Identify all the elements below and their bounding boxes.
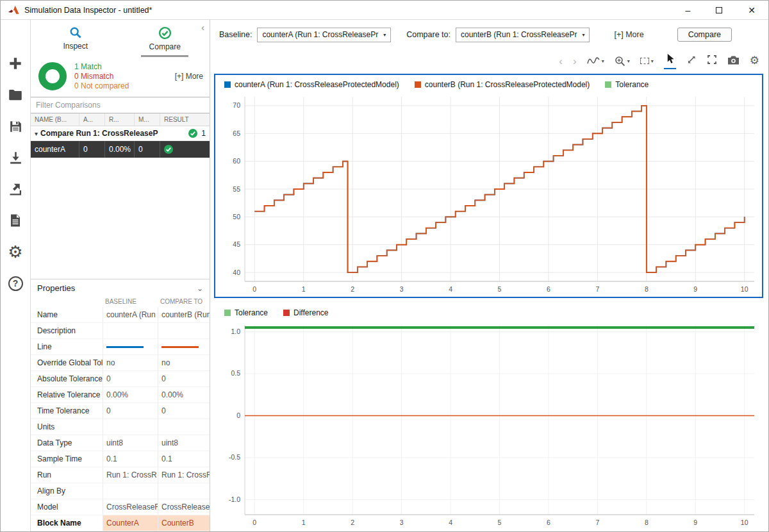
property-row-description[interactable]: Description [31,323,210,339]
difference-plot-area[interactable]: 012345678910-1.0-0.500.51.0 [215,320,762,530]
group-pass-count: 1 [201,129,206,138]
tab-inspect[interactable]: Inspect [31,20,120,57]
next-view-button[interactable]: › [573,56,577,67]
col-abs[interactable]: A... [79,113,105,126]
main-area: Baseline: counterA (Run 1: CrossReleaseP… [210,20,768,531]
comparison-group-row[interactable]: ▾ Compare Run 1: CrossReleaseP 1 [31,126,210,141]
comparison-summary: 1 Match 0 Mismatch 0 Not compared [+] Mo… [31,57,210,97]
tab-compare[interactable]: Compare [120,20,210,57]
import-button[interactable] [5,147,26,168]
legend-swatch [224,310,231,316]
col-result[interactable]: RESULT [160,113,210,126]
chevron-down-icon: ▾ [627,58,630,64]
property-row-name[interactable]: NamecounterA (RuncounterB (Run [31,307,210,323]
property-row-align-by[interactable]: Align By [31,483,210,499]
create-report-button[interactable] [5,210,26,231]
property-row-block-name[interactable]: Block NameCounterACounterB [31,515,210,531]
preferences-button[interactable]: ⚙ [5,242,26,262]
col-name[interactable]: NAME (B... [31,113,79,126]
baseline-dropdown[interactable]: counterA (Run 1: CrossReleasePr ▾ [257,28,391,42]
property-label: Override Global Tole [31,358,103,367]
chart-settings-button[interactable]: ⚙ [750,55,759,67]
difference-plot-svg[interactable]: 012345678910-1.0-0.500.51.0 [215,320,762,530]
baseline-value: CounterA [103,515,158,531]
sidebar-collapse-icon[interactable]: ‹ [201,22,204,33]
y-tick-label: 45 [233,240,240,248]
y-tick-label: -0.5 [229,453,240,461]
difference-chart[interactable]: ToleranceDifference 012345678910-1.0-0.5… [214,302,763,531]
summary-donut [38,62,67,90]
zoom-tool-button[interactable]: ▾ [615,56,630,67]
add-data-button[interactable] [5,53,26,74]
open-button[interactable] [5,85,26,105]
fullscreen-icon [707,54,717,65]
y-tick-label: 40 [233,269,240,276]
property-row-relative-tolerance[interactable]: Relative Tolerance0.00%0.00% [31,387,210,403]
maximize-button[interactable] [716,6,722,15]
window-title: Simulation Data Inspector - untitled* [24,6,152,15]
chevron-down-icon[interactable]: ⌄ [197,284,203,293]
y-tick-label: 70 [233,101,240,109]
x-tick-label: 5 [498,285,502,293]
property-row-line[interactable]: Line [31,339,210,355]
snapshot-button[interactable] [727,55,740,67]
property-row-units[interactable]: Units [31,419,210,435]
cursor-arrow-icon [666,53,674,64]
col-max[interactable]: M... [135,113,160,126]
property-row-absolute-tolerance[interactable]: Absolute Tolerance00 [31,371,210,387]
row-absolute-tolerance: 0 [79,141,105,158]
save-button[interactable] [5,116,26,137]
zoom-region-tool-button[interactable]: ▾ [640,58,654,64]
baseline-value: 0.00% [103,387,158,403]
property-row-run[interactable]: RunRun 1: CrossRRun 1: CrossR [31,467,210,483]
signal-trace-tool-button[interactable]: ▾ [587,56,604,65]
compare-value: 0.1 [158,451,210,467]
compare-value [158,323,210,338]
compare-button[interactable]: Compare [677,28,732,42]
more-options-link[interactable]: [+] More [614,30,643,39]
minimize-button[interactable]: – [685,6,690,15]
plus-icon [7,55,24,72]
signals-chart[interactable]: counterA (Run 1: CrossReleaseProtectedMo… [214,74,763,298]
baseline-value: 0.1 [103,451,158,467]
x-tick-label: 4 [449,285,452,293]
property-label: Model [31,503,103,511]
expand-caret-icon[interactable]: ▾ [35,130,38,137]
previous-view-button[interactable]: ‹ [559,56,563,67]
property-row-data-type[interactable]: Data Typeuint8uint8 [31,435,210,451]
x-tick-label: 3 [400,285,404,293]
fullscreen-button[interactable] [707,54,717,67]
help-button[interactable]: ? [5,273,26,294]
group-pass-check-icon [188,129,197,138]
property-row-time-tolerance[interactable]: Time Tolerance00 [31,403,210,419]
baseline-value [103,323,158,338]
fit-to-view-button[interactable] [686,54,697,67]
close-button[interactable]: ✕ [748,6,756,15]
baseline-value: counterA (Run [103,307,158,322]
pointer-tool-button[interactable] [664,53,676,69]
filter-comparisons-input[interactable] [31,97,210,113]
signals-plot-svg[interactable]: 01234567891040455055606570 [215,92,762,297]
x-tick-label: 1 [302,285,306,293]
y-tick-label: 55 [233,185,240,193]
x-tick-label: 4 [449,519,452,526]
comparison-row-selected[interactable]: counterA 0 0.00% 0 [31,141,210,158]
x-tick-label: 1 [302,519,306,526]
property-row-override-global-tole[interactable]: Override Global Tolenono [31,355,210,371]
compare-to-dropdown[interactable]: counterB (Run 1: CrossReleasePr ▾ [456,28,590,42]
signals-plot-area[interactable]: 01234567891040455055606570 [215,92,762,297]
tab-compare-label: Compare [149,42,181,51]
summary-more-link[interactable]: [+] More [175,72,203,81]
property-row-model[interactable]: ModelCrossReleaseFCrossReleaseF [31,499,210,515]
property-label: Description [31,326,103,335]
baseline-line-swatch [106,346,144,348]
property-row-sample-time[interactable]: Sample Time0.10.1 [31,451,210,467]
compare-value: 0.00% [158,387,210,403]
properties-header[interactable]: Properties ⌄ [31,279,210,297]
y-tick-label: 1.0 [231,328,240,335]
x-tick-label: 2 [351,519,354,526]
col-rel[interactable]: R... [105,113,135,126]
export-button[interactable] [5,179,26,199]
dropdown-caret-icon: ▾ [383,32,386,38]
row-result-cell [160,141,210,158]
